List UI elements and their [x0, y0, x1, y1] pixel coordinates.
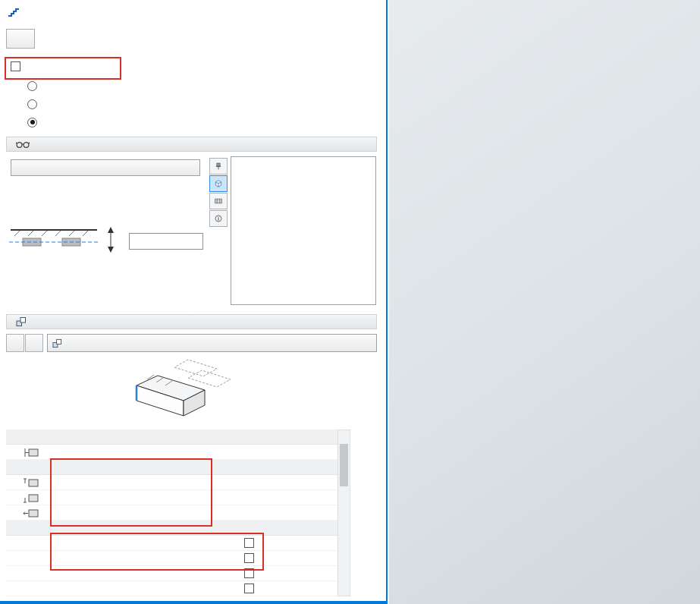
pin-view-button[interactable] — [209, 158, 228, 175]
page-icon — [52, 338, 62, 348]
stair-app-icon — [8, 5, 20, 17]
radio-dot — [27, 81, 37, 91]
settings-page-dropdown[interactable] — [47, 334, 377, 352]
info-icon — [215, 213, 222, 224]
component-icon — [16, 316, 27, 327]
title-bar[interactable] — [0, 0, 386, 23]
radio-dot — [27, 99, 37, 109]
parameter-table — [6, 429, 337, 596]
offset-value-input[interactable] — [129, 233, 203, 250]
row-checkbox[interactable] — [244, 568, 254, 578]
radio-dot-selected — [27, 118, 37, 127]
row-checkbox[interactable] — [244, 553, 254, 563]
group-row-fixacao-linear[interactable] — [6, 521, 337, 536]
scroll-up-icon[interactable] — [338, 430, 350, 442]
landing-structure-checkbox[interactable] — [11, 61, 20, 71]
pin-icon — [215, 161, 222, 171]
param-row-profundidade[interactable] — [6, 505, 337, 521]
film-icon — [215, 196, 222, 206]
depth-icon — [23, 508, 39, 521]
check-row-adicionar-segmento-3[interactable] — [6, 566, 337, 581]
row-checkbox[interactable] — [244, 538, 254, 548]
section-header-componente-cantilever[interactable] — [6, 314, 377, 329]
param-row-altura-sob-cobertor[interactable] — [6, 475, 337, 490]
scroll-down-icon[interactable] — [338, 584, 350, 596]
scrollbar-thumb[interactable] — [340, 444, 348, 486]
help-button[interactable] — [324, 0, 350, 23]
info-button[interactable] — [209, 210, 228, 227]
table-scrollbar[interactable] — [337, 429, 350, 596]
favorites-button[interactable] — [6, 29, 35, 49]
param-row-altura-de-saliencia[interactable] — [6, 490, 337, 505]
offset-dimension-icon — [8, 225, 123, 253]
top-height-icon — [23, 478, 39, 490]
group-row-dimensoes-fixacao-parede[interactable] — [6, 460, 337, 475]
param-row-altura-da-estrutura[interactable] — [6, 445, 337, 460]
3d-viewport[interactable] — [389, 0, 700, 604]
close-button[interactable] — [356, 0, 381, 23]
structure-preview — [231, 156, 376, 305]
structure-height-icon — [23, 448, 39, 460]
glasses-icon — [16, 140, 30, 149]
structure-preview-image — [231, 157, 375, 304]
prev-page-button[interactable] — [6, 334, 24, 352]
landing-structure-checkbox-row[interactable] — [11, 61, 26, 71]
radio-em-cantilever[interactable] — [27, 115, 42, 129]
radio-monolitico[interactable] — [27, 79, 42, 93]
preview-3d-button[interactable] — [209, 175, 228, 192]
radio-viga[interactable] — [27, 97, 42, 111]
ledge-height-icon — [23, 493, 39, 505]
stair-3d-model — [389, 0, 700, 604]
section-header-forma-de-estrutura[interactable] — [6, 137, 377, 152]
row-checkbox[interactable] — [244, 584, 254, 593]
cube-3d-icon — [215, 178, 222, 189]
structure-profile-dropdown[interactable] — [11, 159, 200, 176]
animation-button[interactable] — [209, 193, 228, 209]
check-row-adicionar-segmento-4[interactable] — [6, 581, 337, 596]
check-row-adicionar-segmento-1[interactable] — [6, 536, 337, 551]
group-row-dimensoes-de-bloco[interactable] — [6, 429, 337, 445]
check-row-adicionar-segmento-2[interactable] — [6, 551, 337, 566]
stair-structure-settings-dialog — [0, 0, 388, 604]
next-page-button[interactable] — [25, 334, 43, 352]
component-diagram — [114, 355, 247, 426]
